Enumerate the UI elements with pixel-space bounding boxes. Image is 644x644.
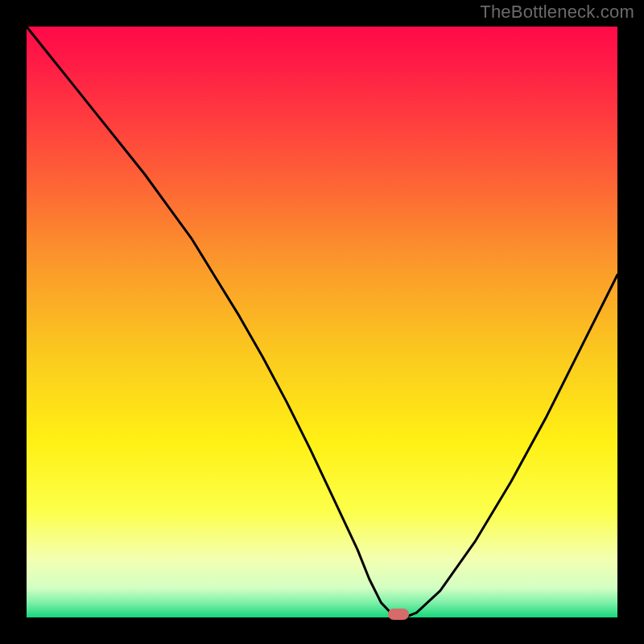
optimal-marker — [388, 609, 409, 620]
bottleneck-chart — [27, 27, 617, 617]
chart-frame: TheBottleneck.com — [0, 0, 644, 644]
gradient-background — [27, 27, 617, 617]
plot-area — [27, 27, 617, 617]
watermark-text: TheBottleneck.com — [480, 2, 634, 23]
